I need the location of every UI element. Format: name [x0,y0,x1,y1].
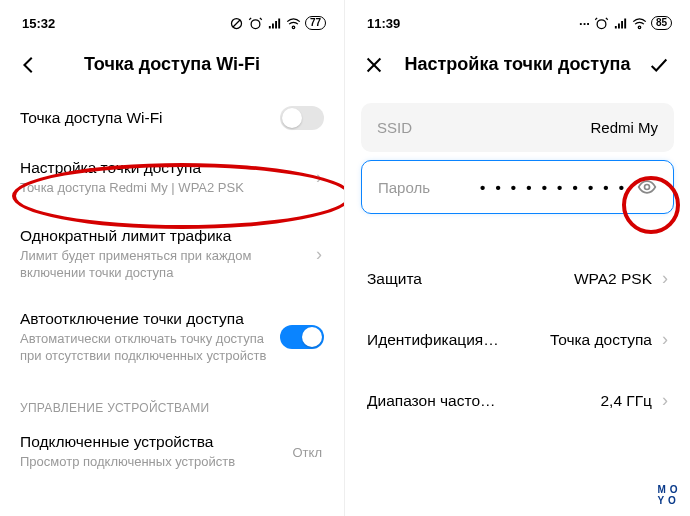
status-icons: 77 [229,16,326,31]
page-title: Точка доступа Wi-Fi [84,54,260,75]
toggle-knob [302,327,322,347]
alarm-icon [594,16,609,31]
row-label: Защита [367,270,422,288]
confirm-button[interactable] [648,54,670,80]
alarm-icon [248,16,263,31]
row-sub: Лимит будет применяться при каждом включ… [20,247,324,282]
row-sub: Просмотр подключенных устройств [20,453,324,471]
page-title: Настройка точки доступа [405,54,631,75]
field-ssid[interactable]: SSID Redmi My [361,103,674,152]
left-screen: 15:32 77 Точка доступа Wi-Fi Точка досту… [0,0,345,516]
chevron-right-icon: › [662,329,668,350]
dnd-icon [229,16,244,31]
signal-icon [613,16,628,31]
row-traffic-limit[interactable]: Однократный лимит трафика Лимит будет пр… [0,213,344,296]
chevron-left-icon [18,54,40,76]
row-label: Подключенные устройства [20,433,324,451]
row-configure-hotspot[interactable]: Настройка точки доступа Точка доступа Re… [0,141,344,213]
row-identification[interactable]: Идентификация… Точка доступа› [345,309,690,370]
row-label: Однократный лимит трафика [20,227,324,245]
check-icon [648,54,670,76]
close-button[interactable] [363,54,385,80]
field-password[interactable]: Пароль • • • • • • • • • • [361,160,674,214]
eye-icon[interactable] [637,177,657,197]
battery-pill: 77 [305,16,326,30]
signal-icon [267,16,282,31]
svg-line-7 [606,17,608,19]
toggle-hotspot[interactable] [280,106,324,130]
field-value: Redmi My [590,119,658,136]
row-sub: Автоматически отключать точку доступа пр… [20,330,324,365]
section-devices-label: УПРАВЛЕНИЕ УСТРОЙСТВАМИ [0,379,344,419]
svg-line-6 [595,17,597,19]
battery-pill: 85 [651,16,672,30]
toggle-knob [282,108,302,128]
row-security[interactable]: Защита WPA2 PSK› [345,248,690,309]
chevron-right-icon: › [662,390,668,411]
svg-line-3 [249,17,251,19]
appbar: Точка доступа Wi-Fi [0,40,344,95]
chevron-right-icon: › [662,268,668,289]
back-button[interactable] [18,54,40,80]
status-bar: 15:32 77 [0,0,344,40]
password-mask: • • • • • • • • • • [480,179,627,196]
row-label: Автоотключение точки доступа [20,310,324,328]
row-hotspot-toggle[interactable]: Точка доступа Wi-Fi [0,95,344,141]
brand-logo: M O Y O [658,485,678,506]
row-value: Точка доступа [550,331,652,349]
toggle-auto-off[interactable] [280,325,324,349]
appbar: Настройка точки доступа [345,40,690,95]
more-icon: ··· [579,16,590,31]
status-icons: ··· 85 [579,16,672,31]
row-auto-off[interactable]: Автоотключение точки доступа Автоматичес… [0,296,344,379]
row-value: WPA2 PSK [574,270,652,288]
status-time: 15:32 [22,16,55,31]
row-label: Диапазон часто… [367,392,496,410]
row-value: Откл [293,444,323,459]
svg-point-5 [597,19,606,28]
svg-point-10 [645,185,650,190]
wifi-icon [286,16,301,31]
row-label: Идентификация… [367,331,499,349]
row-band[interactable]: Диапазон часто… 2,4 ГГц› [345,370,690,431]
row-sub: Точка доступа Redmi My | WPA2 PSK [20,179,324,197]
status-time: 11:39 [367,16,400,31]
field-label: SSID [377,119,412,136]
right-screen: 11:39 ··· 85 Настройка точки доступа SSI… [345,0,690,516]
svg-line-1 [233,19,241,27]
field-label: Пароль [378,179,430,196]
svg-point-2 [251,19,260,28]
row-value: 2,4 ГГц [600,392,652,410]
chevron-right-icon: › [316,166,322,187]
svg-line-4 [260,17,262,19]
chevron-right-icon: › [316,244,322,265]
row-connected-devices[interactable]: Подключенные устройства Просмотр подключ… [0,419,344,485]
status-bar: 11:39 ··· 85 [345,0,690,40]
close-icon [363,54,385,76]
row-label: Настройка точки доступа [20,159,324,177]
row-label: Точка доступа Wi-Fi [20,109,324,127]
wifi-icon [632,16,647,31]
